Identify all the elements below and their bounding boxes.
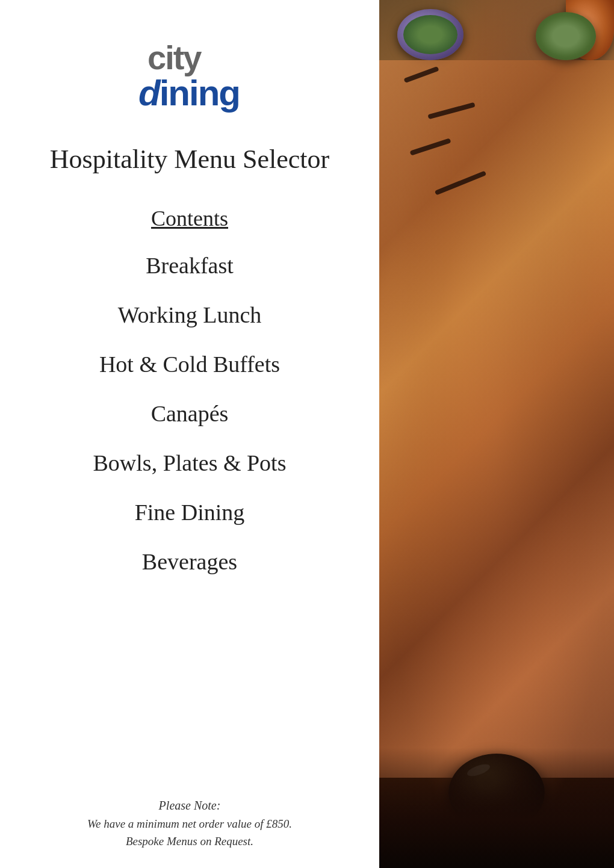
menu-item-fine-dining[interactable]: Fine Dining	[93, 499, 287, 525]
bottom-fade	[379, 748, 614, 868]
menu-item-canapes[interactable]: Canapés	[93, 400, 287, 427]
menu-item-breakfast[interactable]: Breakfast	[93, 252, 287, 279]
note-text-line2: Bespoke Menus on Request.	[87, 833, 292, 851]
food-image	[379, 0, 614, 868]
svg-text:dining: dining	[138, 73, 240, 113]
menu-item-beverages[interactable]: Beverages	[93, 548, 287, 575]
bowl-orange	[566, 0, 614, 60]
logo-container: city dining	[129, 24, 250, 123]
contents-link[interactable]: Contents	[151, 206, 228, 231]
main-title: Hospitality Menu Selector	[50, 144, 329, 176]
note-title: Please Note:	[87, 799, 292, 813]
svg-text:city: city	[147, 39, 202, 76]
menu-item-hot-cold-buffets[interactable]: Hot & Cold Buffets	[93, 351, 287, 377]
meat-overlay	[379, 60, 614, 778]
left-panel: city dining Hospitality Menu Selector Co…	[0, 0, 379, 868]
page-container: city dining Hospitality Menu Selector Co…	[0, 0, 614, 868]
right-panel	[379, 0, 614, 868]
logo-svg: city dining	[129, 24, 250, 120]
menu-item-bowls-plates-pots[interactable]: Bowls, Plates & Pots	[93, 450, 287, 476]
menu-items-list: Breakfast Working Lunch Hot & Cold Buffe…	[93, 252, 287, 598]
bowl-purple	[397, 9, 464, 60]
note-section: Please Note: We have a minimum net order…	[87, 799, 292, 850]
note-text-line1: We have a minimum net order value of £85…	[87, 816, 292, 833]
menu-item-working-lunch[interactable]: Working Lunch	[93, 302, 287, 328]
